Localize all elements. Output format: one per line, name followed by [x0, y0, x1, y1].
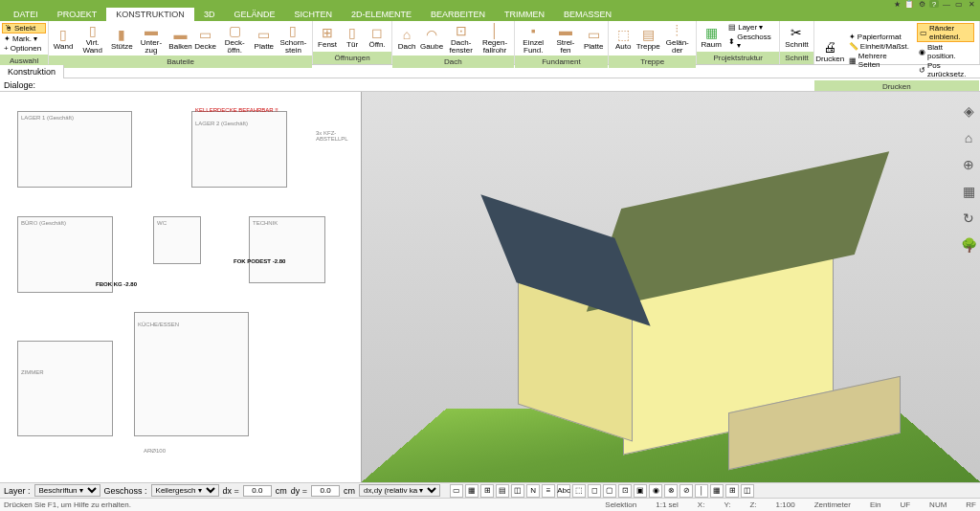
tool-icon: ⌂: [398, 26, 415, 43]
schorn-stein-button[interactable]: ▯Schorn- stein: [278, 21, 309, 56]
view-3d[interactable]: ◈ ⌂ ⊕ ▦ ↻ 🌳: [362, 92, 980, 482]
dach-fenster-button[interactable]: ⊡Dach- fenster: [445, 21, 477, 56]
layer-select[interactable]: Beschriftun ▾: [34, 484, 100, 497]
title-icon-star[interactable]: ★: [892, 0, 902, 8]
platte-button[interactable]: ▭Platte: [582, 25, 605, 52]
title-icon-gear[interactable]: ⚙: [917, 0, 926, 8]
tab-bemassen[interactable]: BEMASSEN: [554, 8, 621, 21]
bottom-tool-15[interactable]: ⊘: [679, 484, 693, 498]
fenst-button[interactable]: ⊞Fenst: [316, 23, 339, 50]
bottom-tool-4[interactable]: ◫: [511, 484, 524, 498]
grid-icon[interactable]: ▦: [959, 182, 978, 201]
dy-input[interactable]: [311, 485, 340, 497]
tool-icon: ⬚: [614, 26, 632, 43]
bottom-tool-9[interactable]: ◻: [588, 484, 601, 498]
bottom-tool-3[interactable]: ▤: [496, 484, 509, 498]
geschoss-dropdown[interactable]: ⬍ Geschoss ▾: [726, 33, 774, 50]
papierformat-button[interactable]: ✦ Papierformat: [847, 33, 911, 41]
rotate-icon[interactable]: ↻: [959, 209, 978, 228]
strei-fen-button[interactable]: ▬Strei- fen: [551, 21, 580, 56]
bottom-tool-7[interactable]: Abc: [557, 484, 570, 498]
subtab-konstruktion[interactable]: Konstruktion: [0, 65, 64, 78]
tab-gelaende[interactable]: GELÄNDE: [224, 8, 284, 21]
bottom-tool-2[interactable]: ⊞: [480, 484, 494, 498]
title-icon-note[interactable]: 📋: [904, 0, 914, 8]
tab-datei[interactable]: DATEI: [4, 8, 48, 21]
tab-projekt[interactable]: PROJEKT: [48, 8, 107, 21]
geschoss-label: Geschoss :: [104, 486, 147, 496]
decke-button[interactable]: ▭Decke: [194, 25, 217, 52]
bottom-tool-0[interactable]: ▭: [450, 484, 463, 498]
bottom-tool-18[interactable]: ⊞: [725, 484, 739, 498]
treppe-button[interactable]: ▤Treppe: [636, 25, 659, 52]
st-tze-button[interactable]: ▮Stütze: [110, 25, 133, 52]
wand-button[interactable]: ▯Wand: [52, 25, 75, 52]
tab-sichten[interactable]: SICHTEN: [284, 8, 342, 21]
regen-fallrohr-button[interactable]: │Regen- fallrohr: [479, 21, 510, 56]
window-max-icon[interactable]: ▭: [954, 0, 964, 8]
tree-icon[interactable]: 🌳: [959, 235, 978, 255]
cm-label: cm: [276, 486, 287, 496]
t-r-button[interactable]: ▯Tür: [341, 23, 364, 50]
einheit-button[interactable]: 📏 Einheit/Maßst.: [847, 42, 911, 51]
deck-ffn--button[interactable]: ▢Deck- öffn.: [219, 21, 251, 56]
-ffn--button[interactable]: ◻Öffn.: [366, 23, 389, 50]
plan-2d-view[interactable]: LAGER 1 (Geschäft) KELLERDECKE BEFAHRBAR…: [0, 92, 362, 482]
drucken-button[interactable]: 🖨Drucken: [817, 37, 843, 64]
bottom-tool-14[interactable]: ⊗: [664, 484, 678, 498]
balken-button[interactable]: ▬Balken: [169, 25, 192, 52]
dach-button[interactable]: ⌂Dach: [395, 25, 418, 52]
optionen-button[interactable]: + Optionen: [2, 44, 46, 53]
gel-n-der-button[interactable]: ⦙Gelän- der: [661, 21, 693, 56]
title-icon-help[interactable]: ?: [929, 0, 939, 8]
tab-2delemente[interactable]: 2D-ELEMENTE: [342, 8, 421, 21]
selekt-button[interactable]: 🖱 Selekt: [2, 23, 46, 33]
layers-icon[interactable]: ◈: [959, 101, 978, 121]
tool-icon: ▬: [172, 26, 189, 43]
target-icon[interactable]: ⊕: [959, 155, 978, 174]
bottom-tool-6[interactable]: ≡: [542, 484, 555, 498]
tool-icon: │: [486, 22, 503, 39]
group-projektstruktur: Projektstruktur: [697, 52, 779, 64]
unter-zug-button[interactable]: ▬Unter- zug: [135, 21, 167, 56]
bottom-tool-16[interactable]: │: [695, 484, 708, 498]
bottom-tool-12[interactable]: ▣: [634, 484, 647, 498]
tab-trimmen[interactable]: TRIMMEN: [495, 8, 554, 21]
dx-input[interactable]: [243, 485, 272, 497]
layer-label: Layer :: [4, 486, 31, 496]
mode-select[interactable]: dx,dy (relativ ka ▾: [359, 484, 440, 497]
bottom-tool-19[interactable]: ◫: [741, 484, 754, 498]
bottom-tool-1[interactable]: ▦: [465, 484, 479, 498]
dx-label: dx =: [223, 486, 239, 496]
raum-button[interactable]: ▦Raum: [700, 23, 723, 50]
layer-button[interactable]: ▤ Layer ▾: [726, 23, 774, 32]
cm-label: cm: [344, 486, 355, 496]
bottom-tool-17[interactable]: ▦: [710, 484, 724, 498]
window-min-icon[interactable]: —: [942, 0, 951, 8]
tool-icon: ▭: [197, 26, 214, 43]
tool-icon: ◠: [423, 26, 440, 43]
einzel-fund--button[interactable]: ▪Einzel Fund.: [518, 21, 549, 56]
mark-button[interactable]: ✦ Mark. ▾: [2, 34, 46, 43]
gaube-button[interactable]: ◠Gaube: [420, 25, 443, 52]
raender-button[interactable]: ▭ Ränder einblend.: [917, 23, 974, 42]
bottom-tool-10[interactable]: ▢: [603, 484, 616, 498]
auto-button[interactable]: ⬚Auto: [612, 25, 635, 52]
bottom-tool-8[interactable]: ⬚: [572, 484, 586, 498]
window-close-icon[interactable]: ✕: [967, 0, 976, 8]
platte-button[interactable]: ▭Platte: [253, 25, 276, 52]
tab-3d[interactable]: 3D: [194, 8, 225, 21]
schnitt-button[interactable]: ✂Schnitt: [783, 23, 810, 50]
group-schnitt: Schnitt: [780, 52, 813, 64]
tool-icon: ▭: [256, 26, 273, 43]
tab-bearbeiten[interactable]: BEARBEITEN: [421, 8, 495, 21]
blatt-position-button[interactable]: ◉ Blatt position.: [917, 43, 974, 60]
bottom-tool-11[interactable]: ⊡: [618, 484, 632, 498]
tab-konstruktion[interactable]: KONSTRUKTION: [106, 8, 194, 21]
bottom-tool-5[interactable]: N: [526, 484, 540, 498]
virt-wand-button[interactable]: ▯Virt. Wand: [77, 21, 108, 56]
bottom-tool-13[interactable]: ◉: [649, 484, 662, 498]
geschoss-select[interactable]: Kellergesch ▾: [151, 484, 219, 497]
home-icon[interactable]: ⌂: [959, 128, 978, 147]
subtabs: Konstruktion: [0, 65, 980, 78]
